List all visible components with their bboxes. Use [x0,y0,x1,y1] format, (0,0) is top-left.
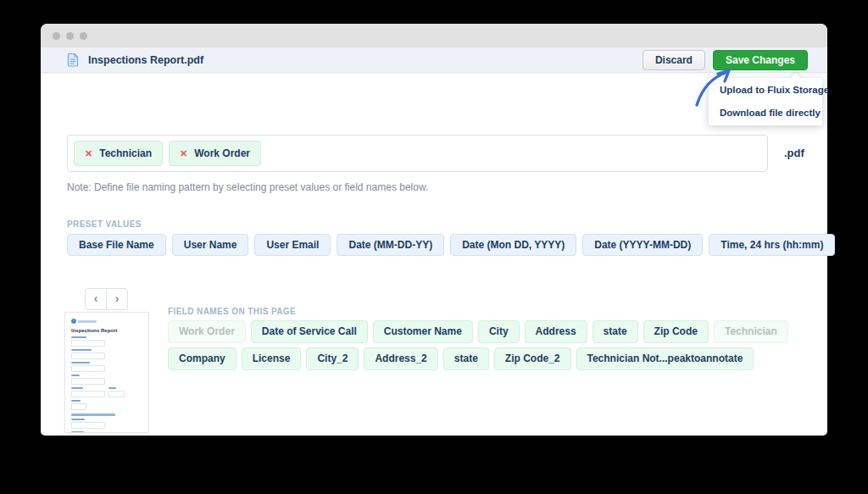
chevron-left-icon: ‹ [94,291,98,305]
field-name-chip[interactable]: Zip Code_2 [494,347,571,370]
discard-button[interactable]: Discard [643,50,705,70]
remove-chip-icon[interactable]: ✕ [180,148,187,159]
thumbnail-form-fields-2 [71,419,142,433]
file-extension-label: .pdf [784,135,804,172]
field-name-chip[interactable]: Date of Service Call [251,320,368,343]
header-buttons: Discard Save Changes [643,50,808,70]
page-title: Inspections Report.pdf [88,54,203,66]
field-name-chip[interactable]: state [443,347,489,370]
field-names-label: FIELD NAMES ON THIS PAGE [168,307,296,316]
preset-value-chip[interactable]: Base File Name [67,234,166,256]
preset-value-chip[interactable]: Date (YYYY-MM-DD) [582,234,703,256]
pattern-chip[interactable]: ✕ Work Order [169,141,261,166]
prev-page-button[interactable]: ‹ [85,288,107,310]
page-thumbnail[interactable]: Inspections Report [64,312,149,433]
save-changes-button[interactable]: Save Changes [713,50,808,70]
preset-value-chip[interactable]: User Email [254,234,331,256]
window-control-dot[interactable] [66,32,74,40]
preset-value-chip[interactable]: Time, 24 hrs (hh:mm) [709,234,835,256]
note-text: Note: Define file naming pattern by sele… [67,181,428,193]
app-window: Inspections Report.pdf Discard Save Chan… [41,24,827,436]
pattern-chip-label: Work Order [194,147,250,159]
remove-chip-icon[interactable]: ✕ [85,148,92,159]
page-navigation: ‹ › [85,288,128,310]
field-name-chip[interactable]: License [242,347,302,370]
desktop-background: { "header": { "filename": "Inspections R… [0,0,868,494]
preset-values-label: PRESET VALUES [67,219,142,229]
field-names-row: Work Order Date of Service Call Customer… [168,320,798,370]
preset-value-chip[interactable]: User Name [172,234,249,256]
document-icon [66,53,80,67]
field-name-chip[interactable]: Zip Code [643,320,709,343]
window-control-dot[interactable] [80,32,87,40]
thumbnail-form-title: Inspections Report [71,328,142,333]
next-page-button[interactable]: › [106,288,128,310]
field-name-chip[interactable]: City_2 [306,347,359,370]
preset-value-chip[interactable]: Date (MM-DD-YY) [337,234,444,256]
field-name-chip[interactable]: Address [525,320,587,343]
field-name-chip[interactable]: Customer Name [373,320,473,343]
pattern-chip-label: Technician [99,147,152,159]
file-info: Inspections Report.pdf [66,53,203,67]
menu-item[interactable]: Upload to Fluix Storage [709,79,822,102]
fluix-logo [71,319,142,324]
pattern-chip[interactable]: ✕ Technician [74,141,163,166]
field-name-chip: Work Order [168,320,246,343]
window-control-dot[interactable] [53,32,60,40]
thumbnail-section-label [71,414,115,416]
document-header: Inspections Report.pdf Discard Save Chan… [41,47,827,73]
field-name-chip[interactable]: state [593,320,638,343]
window-titlebar [41,24,827,47]
field-name-chip[interactable]: Company [168,347,236,370]
field-name-chip: Technician [714,320,788,343]
save-options-menu: Upload to Fluix Storage Download file di… [709,78,822,125]
thumbnail-form-fields [71,336,142,410]
menu-item[interactable]: Download file directly [709,102,822,125]
field-name-chip[interactable]: City [478,320,520,343]
field-name-chip[interactable]: Address_2 [364,347,437,370]
chevron-right-icon: › [115,291,120,305]
field-name-chip[interactable]: Technician Not...peaktoannotate [576,347,754,370]
preset-values-row: Base File Name User Name User Email Date… [67,234,835,256]
filename-pattern-input[interactable]: ✕ Technician ✕ Work Order [67,135,768,172]
preset-value-chip[interactable]: Date (Mon DD, YYYY) [450,234,576,256]
